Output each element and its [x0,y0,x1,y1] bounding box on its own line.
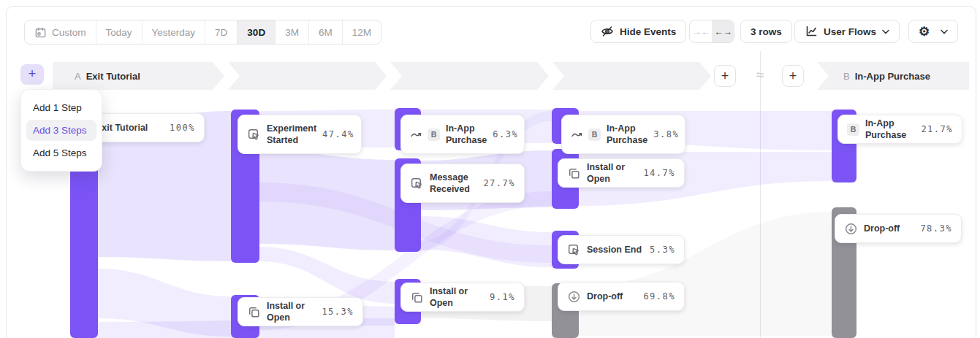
event-cursor-icon [567,243,581,257]
node-card-inapp-b1[interactable]: B In-App Purchase 6.3% [400,115,525,154]
node-percent: 14.7% [643,168,675,178]
chevron-down-icon [882,29,889,34]
node-card-dropoff-b[interactable]: Drop-off 78.3% [835,214,962,243]
step-segment-a[interactable]: AExit Tutorial [53,62,224,90]
rows-label: 3 rows [751,26,782,37]
dropoff-arrow-icon [844,222,858,236]
flow-chart-icon [805,25,818,38]
date-range-6m[interactable]: 6M [308,20,342,44]
date-range-3m[interactable]: 3M [275,20,308,44]
node-label: Drop-off [864,223,900,234]
approx-separator: ≈ [752,67,768,83]
gear-icon: ⚙ [919,26,930,38]
date-range-12m[interactable]: 12M [342,20,381,44]
add-step-button-start-b[interactable]: + [782,65,804,87]
date-range-yesterday[interactable]: Yesterday [142,20,205,44]
node-card-message-received[interactable]: Message Received 27.7% [400,164,525,203]
step-segment[interactable] [552,62,711,90]
eye-off-icon [601,25,614,38]
step-a-label: AExit Tutorial [75,71,140,82]
view-selector-button[interactable]: User Flows [794,20,900,43]
date-range-label: Custom [52,27,86,38]
hide-events-label: Hide Events [620,26,676,37]
calendar-icon [34,26,47,39]
node-percent: 3.8% [653,129,679,139]
node-percent: 100% [170,123,195,133]
node-percent: 78.3% [920,223,952,234]
chevron-down-icon [941,29,948,34]
menu-item-add-1-step[interactable]: Add 1 Step [26,97,96,118]
node-label: Install or Open [267,300,316,324]
node-label: Install or Open [587,161,637,185]
step-b-badge: B [847,123,859,136]
node-percent: 15.3% [322,307,354,317]
step-b-badge: B [428,128,440,141]
add-step-button-a[interactable]: + [20,64,44,85]
node-percent: 9.1% [490,292,515,302]
expand-width-icon[interactable]: ←→ [712,20,734,42]
trend-arrow-icon [410,129,422,139]
step-segment[interactable] [228,62,387,90]
date-range-custom[interactable]: Custom [25,20,96,44]
copy-squares-icon [247,305,261,319]
step-b-letter: B [843,71,850,82]
event-cursor-icon [410,177,424,191]
date-range-selector: Custom Today Yesterday 7D 30D 3M 6M 12M [24,20,381,45]
menu-item-add-5-steps[interactable]: Add 5 Steps [26,142,96,164]
copy-squares-icon [567,166,581,180]
node-label: In-App Purchase [446,123,487,147]
node-percent: 27.7% [483,178,515,188]
settings-button[interactable]: ⚙ [908,20,958,43]
node-percent: 21.7% [921,124,953,134]
node-percent: 5.3% [650,245,675,255]
event-cursor-icon [247,128,261,142]
view-selector-label: User Flows [824,26,876,37]
width-toggle: →← ←→ [689,20,734,43]
node-card-inapp-b3[interactable]: B In-App Purchase 21.7% [837,115,962,144]
add-step-menu: Add 1 Step Add 3 Steps Add 5 Steps [20,89,102,172]
step-band-b[interactable]: BIn-App Purchase [817,62,969,90]
dropoff-arrow-icon [567,290,581,304]
node-card-dropoff-a[interactable]: Drop-off 69.8% [558,282,685,311]
step-segment[interactable] [390,62,549,90]
step-b-label: BIn-App Purchase [843,71,930,82]
step-band-a: AExit Tutorial [53,62,711,90]
node-percent: 69.8% [643,291,675,301]
collapse-width-icon[interactable]: →← [690,20,712,42]
step-b-badge: B [588,128,601,141]
node-label: Session End [587,244,642,256]
menu-item-add-3-steps[interactable]: Add 3 Steps [26,120,96,141]
node-label: Message Received [430,172,477,196]
node-label: Drop-off [587,291,623,302]
date-range-30d[interactable]: 30D [237,20,275,44]
node-label: In-App Purchase [865,118,915,142]
node-card-inapp-b2[interactable]: B In-App Purchase 3.8% [561,115,685,154]
node-label: Install or Open [430,285,484,310]
node-percent: 47.4% [322,129,354,139]
hide-events-button[interactable]: Hide Events [590,20,686,43]
node-card-install-open-a[interactable]: Install or Open 15.3% [238,297,363,326]
node-percent: 6.3% [493,129,518,139]
node-card-install-open-b[interactable]: Install or Open 9.1% [400,283,525,312]
node-label: Exit Tutorial [96,122,148,134]
rows-button[interactable]: 3 rows [740,20,792,43]
node-label: In-App Purchase [607,123,647,147]
date-range-7d[interactable]: 7D [205,20,237,44]
node-card-install-open-c[interactable]: Install or Open 14.7% [558,158,685,188]
trend-arrow-icon [571,129,582,139]
add-step-button-end-a[interactable]: + [714,65,736,87]
copy-squares-icon [410,291,424,304]
date-range-today[interactable]: Today [96,20,142,44]
node-card-exit-tutorial[interactable]: Exit Tutorial 100% [86,113,205,142]
node-card-session-end[interactable]: Session End 5.3% [558,235,685,264]
node-card-experiment-started[interactable]: Experiment Started 47.4% [238,115,362,154]
step-a-letter: A [75,71,81,82]
node-label: Experiment Started [267,123,316,147]
user-flows-widget: Custom Today Yesterday 7D 30D 3M 6M 12M … [0,0,980,338]
